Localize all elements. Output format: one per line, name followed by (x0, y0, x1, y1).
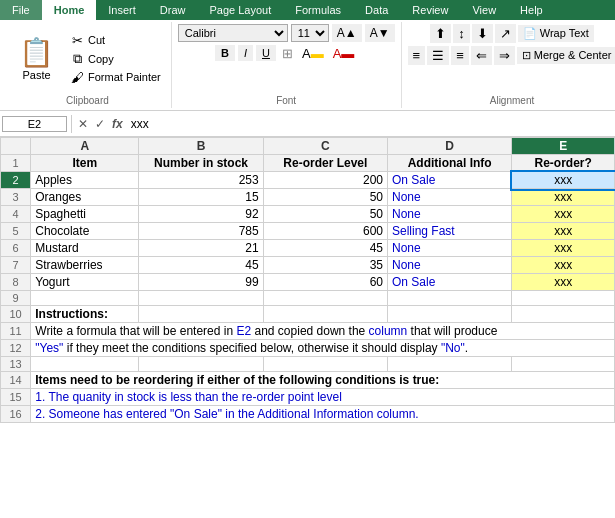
cell-r8-c1[interactable]: 99 (139, 274, 263, 291)
cell-r4-c2[interactable]: 50 (263, 206, 387, 223)
cut-button[interactable]: ✂ Cut (65, 32, 165, 49)
cell-r13-c0[interactable] (31, 357, 139, 372)
cell-r6-c4[interactable]: xxx (512, 240, 615, 257)
col-header-d[interactable]: D (387, 138, 511, 155)
cell-r1-c4[interactable]: Re-order? (512, 155, 615, 172)
font-face-select[interactable]: Calibri (178, 24, 288, 42)
row-number-8[interactable]: 8 (1, 274, 31, 291)
cancel-formula-icon[interactable]: ✕ (76, 117, 90, 131)
cell-r9-c0[interactable] (31, 291, 139, 306)
underline-button[interactable]: U (256, 45, 276, 61)
bold-button[interactable]: B (215, 45, 235, 61)
insert-function-icon[interactable]: fx (110, 117, 125, 131)
row-number-13[interactable]: 13 (1, 357, 31, 372)
cell-r2-c0[interactable]: Apples (31, 172, 139, 189)
cell-r5-c2[interactable]: 600 (263, 223, 387, 240)
cell-r1-c3[interactable]: Additional Info (387, 155, 511, 172)
row-number-5[interactable]: 5 (1, 223, 31, 240)
cell-r4-c1[interactable]: 92 (139, 206, 263, 223)
cell-r8-c2[interactable]: 60 (263, 274, 387, 291)
cell-r2-c1[interactable]: 253 (139, 172, 263, 189)
row-number-1[interactable]: 1 (1, 155, 31, 172)
cell-r5-c3[interactable]: Selling Fast (387, 223, 511, 240)
tab-file[interactable]: File (0, 0, 42, 20)
cell-r7-c1[interactable]: 45 (139, 257, 263, 274)
cell-r9-c2[interactable] (263, 291, 387, 306)
cell-r1-c2[interactable]: Re-order Level (263, 155, 387, 172)
cell-r1-c0[interactable]: Item (31, 155, 139, 172)
cell-r3-c4[interactable]: xxx (512, 189, 615, 206)
tab-insert[interactable]: Insert (96, 0, 148, 20)
cell-r4-c4[interactable]: xxx (512, 206, 615, 223)
col-header-e[interactable]: E (512, 138, 615, 155)
cell-r10-c1[interactable] (139, 306, 263, 323)
tab-view[interactable]: View (460, 0, 508, 20)
text-rotate-button[interactable]: ↗ (495, 24, 516, 43)
row-number-4[interactable]: 4 (1, 206, 31, 223)
cell-r3-c2[interactable]: 50 (263, 189, 387, 206)
cell-r3-c3[interactable]: None (387, 189, 511, 206)
cell-r9-c1[interactable] (139, 291, 263, 306)
tab-formulas[interactable]: Formulas (283, 0, 353, 20)
cell-r6-c1[interactable]: 21 (139, 240, 263, 257)
col-header-b[interactable]: B (139, 138, 263, 155)
merge-center-button[interactable]: ⊡ Merge & Center (517, 47, 615, 64)
row-number-9[interactable]: 9 (1, 291, 31, 306)
row-number-7[interactable]: 7 (1, 257, 31, 274)
cell-r1-c1[interactable]: Number in stock (139, 155, 263, 172)
cell-r6-c2[interactable]: 45 (263, 240, 387, 257)
cell-r13-c4[interactable] (512, 357, 615, 372)
font-shrink-button[interactable]: A▼ (365, 24, 395, 42)
align-left-button[interactable]: ≡ (408, 46, 426, 65)
align-middle-button[interactable]: ↕ (453, 24, 470, 43)
cell-r5-c1[interactable]: 785 (139, 223, 263, 240)
cell-r13-c1[interactable] (139, 357, 263, 372)
cell-r9-c3[interactable] (387, 291, 511, 306)
row-number-6[interactable]: 6 (1, 240, 31, 257)
cell-r8-c0[interactable]: Yogurt (31, 274, 139, 291)
font-size-select[interactable]: 11 (291, 24, 329, 42)
italic-button[interactable]: I (238, 45, 253, 61)
cell-r4-c3[interactable]: None (387, 206, 511, 223)
tab-home[interactable]: Home (42, 0, 97, 20)
col-header-c[interactable]: C (263, 138, 387, 155)
cell-r10-c4[interactable] (512, 306, 615, 323)
cell-r3-c0[interactable]: Oranges (31, 189, 139, 206)
cell-r7-c3[interactable]: None (387, 257, 511, 274)
cell-r2-c3[interactable]: On Sale (387, 172, 511, 189)
cell-r10-c0[interactable]: Instructions: (31, 306, 139, 323)
row-number-10[interactable]: 10 (1, 306, 31, 323)
cell-reference-input[interactable] (2, 116, 67, 132)
row-number-15[interactable]: 15 (1, 389, 31, 406)
cell-r7-c0[interactable]: Strawberries (31, 257, 139, 274)
tab-review[interactable]: Review (400, 0, 460, 20)
cell-r10-c2[interactable] (263, 306, 387, 323)
cell-r2-c4[interactable]: xxx (512, 172, 615, 189)
align-bottom-button[interactable]: ⬇ (472, 24, 493, 43)
row-number-2[interactable]: 2 (1, 172, 31, 189)
cell-r7-c2[interactable]: 35 (263, 257, 387, 274)
col-header-a[interactable]: A (31, 138, 139, 155)
cell-r6-c0[interactable]: Mustard (31, 240, 139, 257)
increase-indent-button[interactable]: ⇒ (494, 46, 515, 65)
wrap-text-button[interactable]: 📄 Wrap Text (518, 25, 594, 42)
paste-button[interactable]: 📋 Paste (10, 24, 63, 93)
cell-r8-c3[interactable]: On Sale (387, 274, 511, 291)
align-right-button[interactable]: ≡ (451, 46, 469, 65)
row-number-14[interactable]: 14 (1, 372, 31, 389)
decrease-indent-button[interactable]: ⇐ (471, 46, 492, 65)
row-number-16[interactable]: 16 (1, 406, 31, 423)
confirm-formula-icon[interactable]: ✓ (93, 117, 107, 131)
cell-r10-c3[interactable] (387, 306, 511, 323)
cell-r8-c4[interactable]: xxx (512, 274, 615, 291)
cell-r13-c2[interactable] (263, 357, 387, 372)
cell-r5-c0[interactable]: Chocolate (31, 223, 139, 240)
cell-r3-c1[interactable]: 15 (139, 189, 263, 206)
tab-data[interactable]: Data (353, 0, 400, 20)
formula-input[interactable] (127, 116, 613, 132)
align-top-button[interactable]: ⬆ (430, 24, 451, 43)
cell-r4-c0[interactable]: Spaghetti (31, 206, 139, 223)
align-center-button[interactable]: ☰ (427, 46, 449, 65)
row-number-12[interactable]: 12 (1, 340, 31, 357)
tab-page-layout[interactable]: Page Layout (197, 0, 283, 20)
